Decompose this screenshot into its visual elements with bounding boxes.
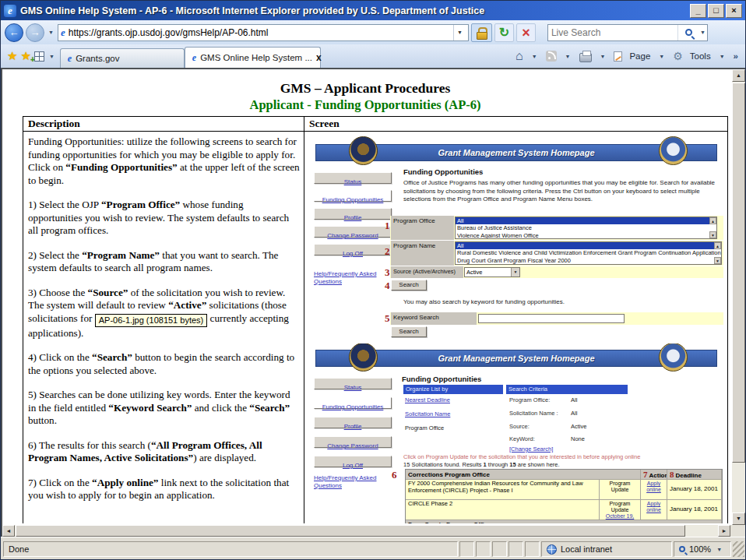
description-paragraph: 6) The results for this search (“All Pro… xyxy=(28,439,300,465)
gear-icon[interactable]: ⚙ xyxy=(673,51,683,62)
keyword-search-button[interactable]: Search xyxy=(391,326,427,337)
select-dropdown-icon[interactable]: ▼ xyxy=(511,268,519,276)
page-icon[interactable] xyxy=(614,51,622,62)
listbox-scroll-dn-icon[interactable]: ▼ xyxy=(709,231,716,238)
tab-list-dropdown-icon[interactable]: ▼ xyxy=(48,54,56,59)
live-search-input[interactable] xyxy=(548,27,677,38)
print-dropdown-icon[interactable]: ▼ xyxy=(599,54,607,59)
gms-nav-profile[interactable]: Profile xyxy=(314,208,392,220)
step-number-1: 1 xyxy=(385,220,390,231)
gms-nav-label: Profile xyxy=(344,214,362,221)
refresh-button[interactable]: ↻ xyxy=(494,23,514,42)
horizontal-scroll-thumb[interactable] xyxy=(16,525,685,537)
zoom-dropdown-icon[interactable]: ▼ xyxy=(715,547,723,552)
title-bar: e GMS Online Help System - AP-6 - Micros… xyxy=(1,1,745,20)
keyword-search-input[interactable] xyxy=(478,314,625,323)
tab-favicon-icon: e xyxy=(192,52,196,64)
address-dropdown-icon[interactable]: ▼ xyxy=(453,25,466,41)
tab-grants-gov[interactable]: e Grants.gov xyxy=(60,48,185,68)
organize-by-solicitation-name[interactable]: Solicitation Name xyxy=(405,410,450,417)
scroll-left-icon[interactable]: ◄ xyxy=(2,525,15,537)
program-name-label: Program Name xyxy=(391,241,454,266)
organize-by-nearest-deadline[interactable]: Nearest Deadline xyxy=(405,396,450,403)
listbox-option[interactable]: Violence Against Women Office xyxy=(456,232,716,239)
page-menu[interactable]: Page xyxy=(629,51,650,61)
listbox-option[interactable]: All xyxy=(456,242,721,249)
zoom-pane[interactable]: 100% ▼ xyxy=(674,541,731,557)
gms-nav-profile[interactable]: Profile xyxy=(314,417,392,428)
gms-nav-log-off[interactable]: Log Off xyxy=(314,456,392,467)
gms-nav-change-password[interactable]: Change Password xyxy=(314,436,392,448)
refresh-icon: ↻ xyxy=(499,26,509,39)
program-update-link[interactable]: October 19, 2000 xyxy=(606,513,635,520)
close-button[interactable]: × xyxy=(726,4,742,18)
gms-nav-log-off[interactable]: Log Off xyxy=(314,244,392,255)
vertical-scroll-thumb[interactable] xyxy=(732,83,745,463)
tab-gms-help[interactable]: e GMS Online Help System ... x xyxy=(185,47,321,68)
resize-grip[interactable] xyxy=(733,541,744,557)
security-lock-button[interactable] xyxy=(471,23,492,42)
listbox-scroll-up-icon[interactable]: ▲ xyxy=(714,242,721,249)
program-office-listbox[interactable]: AllBureau of Justice AssistanceViolence … xyxy=(455,217,717,239)
source-select[interactable]: Active ▼ xyxy=(464,267,520,277)
gms-nav-funding-opportunities[interactable]: Funding Opportunities xyxy=(314,190,392,202)
search-go-button[interactable] xyxy=(677,25,698,41)
change-search-link[interactable]: [Change Search] xyxy=(509,446,553,453)
search-provider-dropdown-icon[interactable]: ▼ xyxy=(698,30,707,35)
print-icon[interactable] xyxy=(579,53,592,62)
zoom-magnifier-icon xyxy=(679,546,685,552)
solicitation-name-cell: FY 2000 Comprehensive Indian Resources f… xyxy=(406,480,600,500)
search-button[interactable]: Search xyxy=(391,280,427,291)
scroll-right-icon[interactable]: ► xyxy=(718,525,730,537)
gms-help-link[interactable]: Help/Frequently Asked Questions xyxy=(314,474,401,490)
gms-nav-status[interactable]: Status xyxy=(314,172,392,184)
action-column-header: 7Action xyxy=(641,470,667,480)
description-paragraph: Funding Opportunities: utilize the follo… xyxy=(28,136,300,187)
listbox-option[interactable]: Drug Court Grant Program Fiscal Year 200… xyxy=(456,257,721,264)
gms-nav-label: Status xyxy=(344,384,362,391)
scroll-down-icon[interactable]: ▼ xyxy=(732,512,745,525)
tools-dropdown-icon[interactable]: ▼ xyxy=(718,54,727,59)
apply-online-link[interactable]: Apply online xyxy=(646,481,661,492)
program-name-listbox[interactable]: AllRural Domestic Violence and Child Vic… xyxy=(455,241,722,265)
page-dropdown-icon[interactable]: ▼ xyxy=(657,54,666,59)
history-dropdown-icon[interactable]: ▼ xyxy=(47,30,55,35)
scroll-up-icon[interactable]: ▲ xyxy=(732,69,745,82)
horizontal-scrollbar[interactable]: ◄ ► xyxy=(2,525,730,537)
stop-button[interactable]: × xyxy=(516,23,536,42)
listbox-scroll-dn-icon[interactable]: ▼ xyxy=(714,257,721,264)
gms-nav-status[interactable]: Status xyxy=(314,378,392,389)
rss-feed-icon[interactable] xyxy=(546,51,557,62)
listbox-option[interactable]: All xyxy=(456,217,716,224)
tools-menu[interactable]: Tools xyxy=(690,51,711,61)
listbox-option[interactable]: Rural Domestic Violence and Child Victim… xyxy=(456,249,721,256)
apply-online-link[interactable]: Apply online xyxy=(646,501,661,512)
tab-close-icon[interactable]: x xyxy=(316,52,322,63)
description-paragraph: 5) Searches can be done utilizing key wo… xyxy=(28,389,300,428)
gms-nav-label: Funding Opportunities xyxy=(322,403,384,410)
criteria-value-keyword: None xyxy=(571,435,585,442)
add-favorite-icon[interactable]: ★+ xyxy=(20,49,30,63)
listbox-scroll-up-icon[interactable]: ▲ xyxy=(709,217,716,224)
home-dropdown-icon[interactable]: ▼ xyxy=(530,54,539,59)
quick-tabs-icon[interactable] xyxy=(34,51,44,62)
gms-nav-change-password[interactable]: Change Password xyxy=(314,226,392,238)
step-number-7: 7 xyxy=(643,470,648,479)
vertical-scrollbar[interactable]: ▲ ▼ xyxy=(732,69,745,525)
home-icon[interactable]: ⌂ xyxy=(516,49,523,63)
search-criteria-header: Search Criteria xyxy=(506,385,628,394)
listbox-option[interactable]: Bureau of Justice Assistance xyxy=(456,224,716,231)
feed-dropdown-icon[interactable]: ▼ xyxy=(564,54,572,59)
more-commands-chevron-icon[interactable]: » xyxy=(734,51,738,61)
ie-logo-icon: e xyxy=(4,5,16,17)
maximize-button[interactable]: □ xyxy=(708,4,724,18)
minimize-button[interactable]: _ xyxy=(690,4,706,18)
gms-screenshot-search: Grant Management System Homepage StatusF… xyxy=(311,133,727,342)
gms-nav-label: Status xyxy=(344,178,362,185)
gms-nav-funding-opportunities[interactable]: Funding Opportunities xyxy=(314,397,392,409)
deadline-column-header: 8Deadline xyxy=(667,470,722,480)
url-input[interactable] xyxy=(69,27,450,38)
back-button[interactable]: ← xyxy=(5,23,23,42)
favorites-center-icon[interactable]: ★ xyxy=(7,49,17,63)
forward-button[interactable]: → xyxy=(26,23,44,42)
